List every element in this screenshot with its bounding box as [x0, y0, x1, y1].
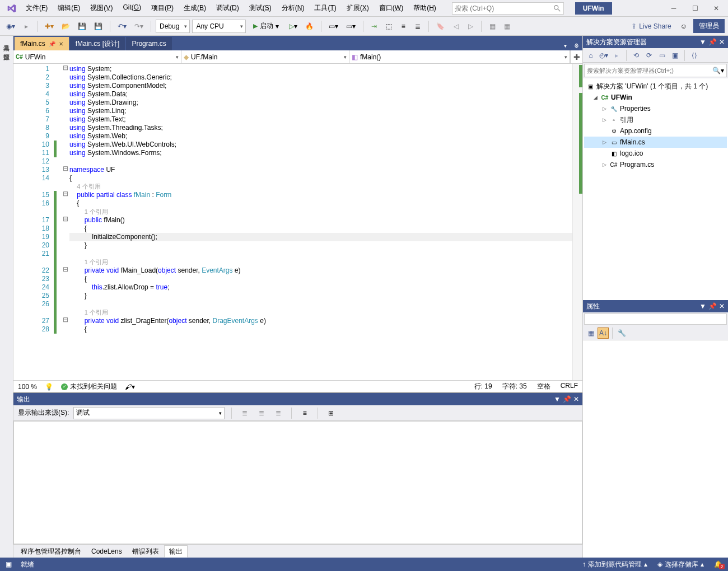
doc-tab[interactable]: fMain.cs📌✕ — [15, 37, 69, 50]
misc-icon-2[interactable]: ▦ — [501, 20, 513, 33]
se-collapse-icon[interactable]: ▣ — [669, 50, 680, 61]
nav-scope[interactable]: C# UFWin — [13, 50, 181, 63]
liveshare-button[interactable]: ⇪ Live Share — [628, 20, 674, 33]
vtab-datasources[interactable]: 数据源 — [1, 47, 12, 52]
menu-分析(N)[interactable]: 分析(N) — [277, 1, 309, 15]
tab-settings-icon[interactable]: ⚙ — [571, 40, 581, 50]
nav-fwd-button[interactable]: ▸ — [20, 20, 32, 33]
bm-next-icon[interactable]: ▷ — [464, 20, 477, 33]
bm-prev-icon[interactable]: ◁ — [450, 20, 462, 33]
solution-tree[interactable]: ▣解决方案 'UFWin' (1 个项目，共 1 个)◢C#UFWin▷🔧Pro… — [583, 78, 728, 300]
misc-icon-1[interactable]: ▦ — [486, 20, 498, 33]
bottom-tab[interactable]: 程序包管理器控制台 — [16, 545, 86, 558]
vtab-toolbox[interactable]: 工具箱 — [1, 38, 12, 43]
close-icon[interactable]: ✕ — [59, 41, 63, 47]
se-search[interactable]: 🔍▾ — [584, 64, 727, 77]
output-body[interactable] — [13, 421, 582, 544]
se-home-icon[interactable]: ⌂ — [585, 50, 596, 61]
se-pin-icon[interactable]: 📌 — [708, 38, 717, 46]
bottom-tab[interactable]: CodeLens — [86, 545, 127, 558]
se-dropdown-icon[interactable]: ▼ — [699, 38, 706, 46]
zoom-level[interactable]: 100 % — [18, 383, 37, 391]
nav-back-button[interactable]: ◉▾ — [3, 20, 18, 33]
lightbulb-icon[interactable]: 💡 — [45, 383, 53, 391]
redo-button[interactable]: ↷▾ — [132, 20, 146, 33]
brush-icon[interactable]: 🖌▾ — [125, 383, 135, 391]
menu-Git(G)[interactable]: Git(G) — [118, 1, 146, 15]
se-search-input[interactable] — [587, 67, 712, 74]
menu-窗口(W)[interactable]: 窗口(W) — [375, 1, 408, 15]
sb-notifications[interactable]: 🔔2 — [714, 560, 722, 568]
tree-item[interactable]: ▷▭fMain.cs — [584, 137, 727, 148]
out-btn-4[interactable]: ≡ — [298, 406, 311, 420]
panel-dropdown-icon[interactable]: ▼ — [554, 395, 561, 403]
output-source-select[interactable]: 调试 — [73, 407, 225, 419]
start-nodebug-button[interactable]: ▷▾ — [286, 20, 300, 33]
step-icon-1[interactable]: ⇥ — [368, 20, 380, 33]
tab-overflow-icon[interactable]: ▾ — [560, 40, 570, 50]
props-object-select[interactable] — [584, 313, 727, 325]
panel-pin-icon[interactable]: 📌 — [563, 395, 571, 403]
global-search[interactable] — [452, 2, 564, 15]
nav-class[interactable]: ◆ UF.fMain — [181, 50, 349, 63]
se-tb-3[interactable]: ▸ — [611, 50, 622, 61]
doc-tab[interactable]: Program.cs — [126, 37, 171, 50]
step-icon-4[interactable]: ≣ — [412, 20, 424, 33]
code-editor[interactable]: 1234567891011121314151617181920212223242… — [13, 64, 582, 380]
out-btn-1[interactable]: ≣ — [239, 406, 251, 420]
indent-mode[interactable]: 空格 — [537, 382, 550, 391]
menu-工具(T)[interactable]: 工具(T) — [310, 1, 340, 15]
sb-source-control[interactable]: ↑ 添加到源代码管理 ▴ — [582, 560, 647, 569]
panel-icon-1[interactable]: ▭▾ — [326, 20, 341, 33]
configuration-select[interactable]: Debug — [156, 20, 190, 33]
se-tb-2[interactable]: ◴▾ — [598, 50, 609, 61]
undo-button[interactable]: ↶▾ — [115, 20, 129, 33]
sb-repo[interactable]: ◈ 选择存储库 ▴ — [657, 560, 704, 569]
tree-item[interactable]: ▷🔧Properties — [584, 103, 727, 114]
menu-调试(D)[interactable]: 调试(D) — [212, 1, 244, 15]
menu-项目(P)[interactable]: 项目(P) — [147, 1, 178, 15]
bookmark-icon[interactable]: 🔖 — [433, 20, 447, 33]
step-icon-2[interactable]: ⬚ — [382, 20, 395, 33]
se-showall-icon[interactable]: ▭ — [656, 50, 668, 61]
open-button[interactable]: 📂 — [59, 20, 73, 33]
props-cat-icon[interactable]: ▦ — [585, 327, 596, 339]
menu-文件(F)[interactable]: 文件(F) — [21, 1, 52, 15]
tree-item[interactable]: ⚙App.config — [584, 125, 727, 137]
bottom-tab[interactable]: 输出 — [164, 545, 188, 558]
tree-solution[interactable]: ▣解决方案 'UFWin' (1 个项目，共 1 个) — [584, 81, 727, 92]
panel-icon-2[interactable]: ▭▾ — [343, 20, 358, 33]
panel-close-icon[interactable]: ✕ — [573, 395, 579, 403]
hot-reload-button[interactable]: 🔥 — [302, 20, 316, 33]
props-grid[interactable] — [583, 340, 728, 558]
menu-编辑(E)[interactable]: 编辑(E) — [53, 1, 85, 15]
menu-扩展(X)[interactable]: 扩展(X) — [342, 1, 374, 15]
bottom-tab[interactable]: 错误列表 — [127, 545, 164, 558]
save-all-button[interactable]: 💾 — [91, 20, 105, 33]
platform-select[interactable]: Any CPU — [192, 20, 246, 33]
menu-生成(B)[interactable]: 生成(B) — [179, 1, 211, 15]
out-btn-2[interactable]: ≣ — [255, 406, 268, 420]
se-close-icon[interactable]: ✕ — [719, 38, 725, 46]
pin-icon[interactable]: 📌 — [49, 41, 55, 47]
menu-帮助(H)[interactable]: 帮助(H) — [409, 1, 441, 15]
tree-item[interactable]: ◧logo.ico — [584, 148, 727, 159]
start-button[interactable]: ▶启动 ▾ — [248, 20, 284, 33]
overview-ruler[interactable] — [572, 64, 582, 380]
se-refresh-icon[interactable]: ⟳ — [643, 50, 655, 61]
tree-item[interactable]: ▷▫引用 — [584, 114, 727, 125]
nav-member[interactable]: ◧ fMain() — [349, 50, 570, 63]
doc-tab[interactable]: fMain.cs [设计] — [70, 37, 125, 50]
new-item-button[interactable]: ✚▾ — [42, 20, 57, 33]
maximize-button[interactable]: ☐ — [685, 1, 704, 16]
save-button[interactable]: 💾 — [75, 20, 89, 33]
props-close-icon[interactable]: ✕ — [719, 302, 725, 310]
props-wrench-icon[interactable]: 🔧 — [616, 327, 627, 339]
close-button[interactable]: ✕ — [707, 1, 726, 16]
props-pin-icon[interactable]: 📌 — [708, 302, 717, 310]
step-icon-3[interactable]: ≡ — [397, 20, 409, 33]
eol-mode[interactable]: CRLF — [561, 382, 578, 391]
menu-测试(S)[interactable]: 测试(S) — [245, 1, 276, 15]
out-btn-3[interactable]: ≣ — [272, 406, 284, 420]
se-sync-icon[interactable]: ⟲ — [631, 50, 642, 61]
